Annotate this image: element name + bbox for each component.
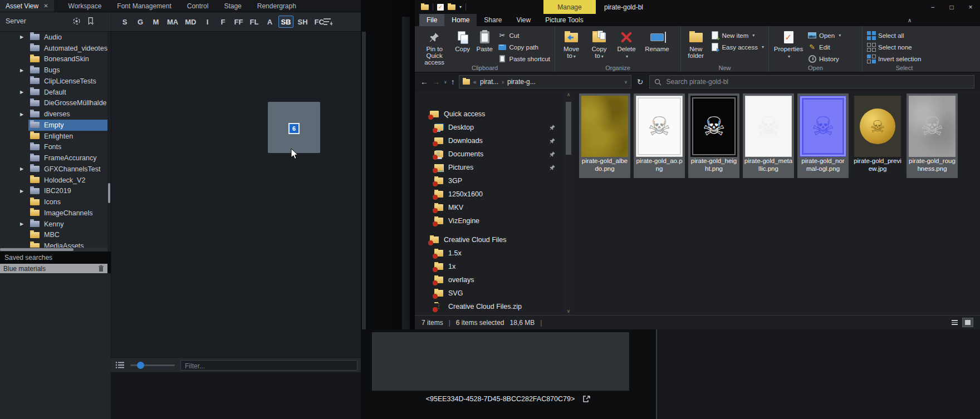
nav-item[interactable]: ✓ SVG [415,287,564,300]
nav-item[interactable]: ✓ Quick access [415,107,564,121]
ribbon-tab[interactable]: Home [444,14,477,26]
expander-icon[interactable]: ▶ [20,68,28,73]
expander-icon[interactable]: ▶ [20,34,28,40]
expander-icon[interactable]: ▶ [20,90,28,95]
details-view-button[interactable] [949,318,960,327]
menu-item[interactable]: Control [179,2,217,10]
scrollbar-thumb[interactable] [566,102,571,155]
search-refresh-icon[interactable] [72,16,81,26]
canvas-scrollbar-strip[interactable] [362,32,366,357]
nav-item[interactable]: ✓ overlays [415,273,564,287]
file-tile[interactable]: pirate-gold_albe do.png [579,93,630,178]
nav-item[interactable]: ✓ Creative Cloud Files [415,233,564,247]
breadcrumb[interactable]: « pirat... › pirate-g... ∨ [459,75,631,88]
view-filter-button[interactable]: SB [278,16,293,28]
view-filter-button[interactable]: FL [247,16,261,28]
view-filter-button[interactable]: A [263,16,276,28]
move-to-button[interactable]: Move to▾ [557,28,585,61]
rename-button[interactable]: Rename [640,28,674,53]
nav-item[interactable]: ✓ 3GP [415,174,564,188]
address-dropdown-icon[interactable]: ∨ [624,80,628,85]
bookmark-icon[interactable] [87,16,95,26]
search-input[interactable] [665,77,969,86]
tree-item[interactable]: ▶ GFXChannelsTest [0,164,107,175]
refresh-icon[interactable]: ↻ [637,77,644,86]
new-folder-button[interactable]: New folder [683,28,708,60]
back-button[interactable]: ← [420,77,428,86]
tree-item[interactable]: ▶ MBC [0,230,107,241]
maximize-button[interactable]: □ [942,0,961,14]
file-tile[interactable]: pirate-gold_roug hness.png [906,93,958,178]
qat-dropdown-icon[interactable]: ▾ [459,4,462,9]
saved-search-item[interactable]: Blue materials [0,264,107,273]
cut-button[interactable]: ✂ Cut [496,29,552,41]
tree-item[interactable]: ▶ Default [0,87,107,98]
copy-button[interactable]: Copy [452,28,473,53]
nav-item[interactable]: ✓ MKV [415,201,564,214]
scroll-down-icon[interactable]: ∨ [564,308,574,314]
asset-canvas[interactable]: 6 [111,32,361,357]
list-view-icon[interactable] [115,361,125,369]
recent-locations-icon[interactable]: ∨ [444,80,447,85]
thumbnail-view-button[interactable] [962,318,973,327]
tree-item[interactable]: ▶ FrameAccurancy [0,152,107,164]
tree-item[interactable]: ▶ Enlighten [0,131,107,142]
menu-item[interactable]: Rendergraph [249,2,304,10]
tree-item[interactable]: ▶ Audio [0,32,107,43]
view-filter-button[interactable]: MA [165,16,180,28]
expander-icon[interactable]: ▶ [20,112,28,117]
thumbnail-size-slider[interactable] [130,358,175,373]
tree-item[interactable]: ▶ Kenny [0,219,107,230]
collapse-ribbon-icon[interactable]: ∧ [908,14,912,26]
new-item-button[interactable]: New item▾ [708,29,766,41]
nav-item[interactable]: ✓ Creative Cloud Files.zip [415,300,564,313]
expander-icon[interactable]: ▶ [20,166,28,171]
sort-icon[interactable] [323,17,334,26]
expander-icon[interactable]: ▶ [20,221,28,226]
tree-item[interactable]: ▶ Automated_videotes [0,43,107,54]
ribbon-tab[interactable]: File [419,14,444,26]
export-icon[interactable] [582,395,591,403]
tree-item[interactable]: ▶ Fonts [0,142,107,153]
easy-access-button[interactable]: Easy access▾ [708,41,766,53]
close-icon[interactable]: ✕ [43,3,48,9]
filter-input[interactable] [181,361,357,371]
view-filter-button[interactable]: G [134,16,147,28]
view-filter-button[interactable]: S [118,16,131,28]
scroll-up-icon[interactable]: ∧ [564,92,574,97]
view-filter-button[interactable]: SH [296,16,310,28]
up-button[interactable]: ↑ [451,77,455,86]
edit-button[interactable]: ✎ Edit [806,41,843,53]
menu-item[interactable]: Stage [216,2,249,10]
tree-item[interactable]: ▶ Empty [0,120,107,131]
select-all-button[interactable]: Select all [865,29,923,41]
view-filter-button[interactable]: M [149,16,163,28]
tree-item[interactable]: ▶ Bugs [0,65,107,76]
breadcrumb-segment[interactable]: pirat... [480,78,498,86]
file-tile[interactable]: pirate-gold_heig ht.png [688,93,739,178]
paste-shortcut-button[interactable]: Paste shortcut [496,53,552,65]
nav-item[interactable]: ✓ 1.5x [415,247,564,260]
breadcrumb-segment[interactable]: pirate-g... [507,78,536,86]
qat-properties-icon[interactable]: ✓ [437,4,444,11]
nav-item[interactable]: ✓ Documents [415,147,564,161]
ribbon-tab[interactable]: Share [477,14,509,26]
properties-button[interactable]: Properties ▾ [771,28,806,61]
invert-selection-button[interactable]: Invert selection [865,53,923,65]
tree-item[interactable]: ▶ ImageChannels [0,208,107,219]
scrollbar-thumb[interactable] [108,183,110,203]
nav-item[interactable]: ✓ 1250x1600 [415,188,564,201]
qat-folder-icon[interactable] [448,4,455,10]
file-tile[interactable]: pirate-gold_meta llic.png [743,93,794,178]
ribbon-tab[interactable]: View [509,14,538,26]
forward-button[interactable]: → [432,77,440,86]
tree-horizontal-scrollbar[interactable] [0,248,107,252]
tree-item[interactable]: ▶ IBC2019 [0,186,107,197]
tree-item[interactable]: ▶ diverses [0,109,107,120]
tree-item[interactable]: ▶ Holodeck_V2 [0,175,107,186]
delete-button[interactable]: Delete ▾ [613,28,640,61]
tree-item[interactable]: ▶ BonesandSkin [0,54,107,65]
view-filter-button[interactable]: F [216,16,229,28]
menu-item[interactable]: Font Management [109,2,179,10]
tree-item[interactable]: ▶ Icons [0,196,107,208]
